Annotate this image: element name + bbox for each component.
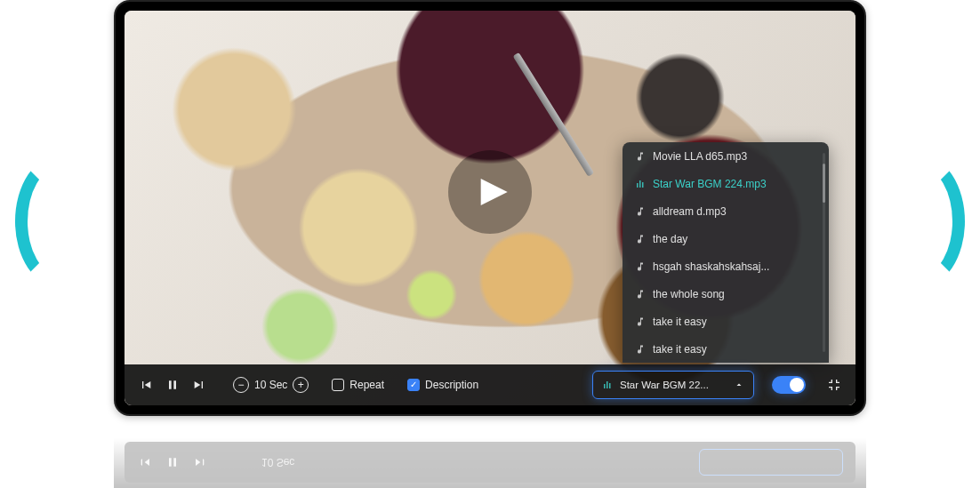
play-button[interactable] (448, 150, 532, 234)
previous-button[interactable] (137, 376, 155, 394)
bgm-select-dropdown[interactable]: Star War BGM 22... (592, 371, 754, 399)
tablet-frame: Movie LLA d65.mp3 Star War BGM 224.mp3 a… (114, 0, 866, 416)
playlist-item[interactable]: the whole song (623, 280, 829, 308)
next-button[interactable] (190, 376, 208, 394)
equalizer-icon (635, 179, 646, 189)
playlist-item-label: take it easy (653, 343, 707, 356)
playlist-item[interactable]: Star War BGM 224.mp3 (623, 170, 829, 197)
music-note-icon (635, 151, 646, 162)
control-bar: − 10 Sec + Repeat Description Star War B… (125, 364, 855, 405)
bgm-toggle[interactable] (772, 376, 806, 394)
music-note-icon (635, 261, 646, 272)
playlist-item-label: alldream d.mp3 (653, 205, 727, 218)
music-note-icon (635, 316, 646, 327)
playlist-item-label: hsgah shaskahskahsaj... (653, 260, 769, 273)
bgm-selected-label: Star War BGM 22... (620, 380, 709, 390)
playlist-scrollbar[interactable] (823, 153, 825, 352)
sound-wave-right (878, 129, 980, 298)
repeat-label: Repeat (349, 379, 384, 391)
seconds-minus-button[interactable]: − (233, 377, 249, 393)
play-icon (475, 174, 510, 210)
playlist-item[interactable]: alldream d.mp3 (623, 197, 829, 225)
exit-fullscreen-icon (827, 378, 841, 392)
playlist-item-label: Movie LLA d65.mp3 (653, 150, 747, 163)
skip-next-icon (192, 378, 206, 392)
sound-wave-left (0, 129, 102, 298)
equalizer-icon (602, 380, 613, 390)
skip-previous-icon (139, 378, 153, 392)
reflection: 10 Sec (114, 417, 866, 488)
music-note-icon (635, 344, 646, 355)
repeat-checkbox[interactable] (332, 379, 344, 391)
playlist-item[interactable]: the day (623, 225, 829, 252)
playlist-item-label: take it easy (653, 316, 707, 328)
seconds-step-label: 10 Sec (254, 379, 287, 391)
playlist-item-label: Star War BGM 224.mp3 (653, 178, 767, 190)
playlist-item-label: the whole song (653, 288, 725, 300)
music-note-icon (635, 206, 646, 217)
seconds-plus-button[interactable]: + (293, 377, 309, 393)
music-note-icon (635, 289, 646, 300)
pause-icon (165, 378, 180, 392)
description-label: Description (425, 379, 478, 391)
chevron-up-icon (734, 380, 744, 390)
exit-fullscreen-button[interactable] (825, 376, 843, 394)
pause-button[interactable] (164, 376, 181, 394)
playlist-item[interactable]: take it easy (623, 335, 829, 363)
playlist-item[interactable]: take it easy (623, 308, 829, 335)
playlist-item[interactable]: hsgah shaskahskahsaj... (623, 252, 829, 280)
music-note-icon (635, 234, 646, 244)
playlist-item-label: the day (653, 233, 687, 245)
playlist-item[interactable]: Movie LLA d65.mp3 (623, 142, 829, 170)
description-checkbox[interactable] (407, 379, 420, 391)
playlist-popup: Movie LLA d65.mp3 Star War BGM 224.mp3 a… (623, 142, 829, 363)
video-area: Movie LLA d65.mp3 Star War BGM 224.mp3 a… (125, 11, 855, 405)
